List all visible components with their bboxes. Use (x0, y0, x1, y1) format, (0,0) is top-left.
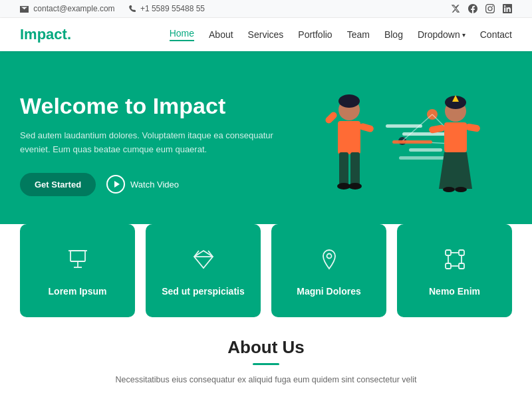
watch-video-button[interactable]: Watch Video (106, 175, 179, 194)
about-divider (253, 363, 279, 365)
card-1-icon (66, 247, 90, 276)
svg-rect-39 (446, 263, 451, 269)
get-started-button[interactable]: Get Started (20, 173, 96, 196)
twitter-icon[interactable] (451, 4, 460, 13)
card-1-title: Lorem Ipsum (49, 285, 107, 299)
navbar: Impact. Home About Services Portfolio Te… (0, 18, 532, 51)
card-1: Lorem Ipsum (20, 224, 135, 317)
play-icon (106, 175, 125, 194)
nav-team[interactable]: Team (347, 29, 370, 40)
svg-rect-13 (338, 121, 360, 154)
topbar-contact: contact@example.com +1 5589 55488 55 (20, 4, 205, 13)
svg-point-27 (455, 187, 467, 192)
svg-rect-16 (339, 152, 348, 186)
svg-rect-10 (399, 156, 446, 160)
card-3: Magni Dolores (271, 224, 386, 317)
svg-rect-23 (444, 122, 467, 152)
facebook-icon[interactable] (468, 4, 477, 13)
cards-section: Lorem Ipsum Sed ut perspiciatis Magni Do… (0, 224, 532, 317)
linkedin-icon[interactable] (503, 4, 512, 13)
email-text: contact@example.com (20, 4, 115, 13)
nav-about[interactable]: About (209, 29, 233, 40)
hero-svg (299, 78, 505, 214)
phone-text: +1 5589 55488 55 (128, 4, 205, 13)
nav-blog[interactable]: Blog (384, 29, 403, 40)
about-body: Necessitatibus eius consequatur ex aliqu… (73, 373, 459, 386)
card-2: Sed ut perspiciatis (146, 224, 261, 317)
nav-home[interactable]: Home (170, 28, 194, 41)
svg-point-36 (327, 253, 331, 258)
card-4-icon (443, 247, 467, 276)
svg-rect-25 (465, 123, 480, 132)
svg-rect-40 (459, 263, 464, 269)
hero-content: Welcome to Impact Sed autem laudantium d… (20, 92, 286, 196)
instagram-icon[interactable] (485, 4, 495, 13)
hero-section: Welcome to Impact Sed autem laudantium d… (0, 51, 532, 244)
topbar-social (451, 4, 512, 13)
card-2-title: Sed ut perspiciatis (162, 285, 244, 299)
hero-subtitle: Sed autem laudantium dolores. Voluptatem… (20, 129, 286, 157)
nav-contact[interactable]: Contact (480, 29, 512, 40)
card-3-title: Magni Dolores (297, 285, 360, 299)
nav-services[interactable]: Services (248, 29, 284, 40)
svg-rect-28 (70, 251, 85, 261)
svg-rect-24 (428, 124, 445, 134)
hero-title: Welcome to Impact (20, 92, 286, 120)
svg-point-12 (338, 94, 360, 108)
chevron-down-icon: ▾ (462, 31, 466, 39)
topbar: contact@example.com +1 5589 55488 55 (0, 0, 532, 18)
hero-buttons: Get Started Watch Video (20, 173, 286, 196)
svg-point-26 (443, 187, 455, 192)
hero-illustration (299, 78, 512, 211)
svg-rect-15 (358, 122, 374, 132)
about-title: About Us (20, 337, 512, 358)
card-2-icon (192, 247, 215, 276)
svg-rect-8 (392, 140, 432, 144)
card-4-title: Nemo Enim (429, 285, 480, 299)
nav-links: Home About Services Portfolio Team Blog … (170, 28, 512, 41)
svg-rect-17 (350, 152, 360, 186)
svg-rect-37 (446, 250, 451, 255)
nav-portfolio[interactable]: Portfolio (298, 29, 332, 40)
svg-rect-9 (409, 148, 442, 152)
svg-rect-38 (459, 250, 464, 255)
card-4: Nemo Enim (397, 224, 512, 317)
svg-point-19 (348, 183, 362, 190)
card-3-icon (317, 247, 341, 276)
svg-rect-6 (386, 124, 422, 128)
logo[interactable]: Impact. (20, 26, 71, 43)
about-section: About Us Necessitatibus eius consequatur… (0, 317, 532, 399)
nav-dropdown[interactable]: Dropdown ▾ (418, 29, 466, 40)
svg-rect-14 (324, 110, 338, 124)
